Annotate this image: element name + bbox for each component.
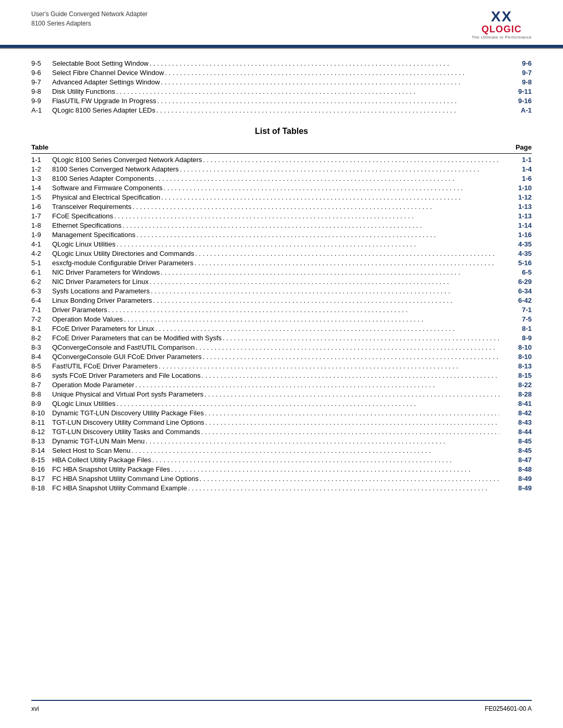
toc-num: 1-4 — [31, 184, 52, 192]
header-text: User's Guide Converged Network Adapter 8… — [31, 9, 148, 28]
table-row: 8-18 FC HBA Snapshot Utility Command Exa… — [31, 484, 532, 492]
toc-title: 8100 Series Converged Network Adapters .… — [52, 165, 500, 173]
toc-num: 8-18 — [31, 484, 52, 492]
toc-title: Unique Physical and Virtual Port sysfs P… — [52, 390, 500, 398]
toc-page: 1-13 — [500, 212, 532, 220]
toc-page: 8-47 — [500, 456, 532, 464]
toc-page: 6-29 — [500, 278, 532, 286]
toc-num: 8-12 — [31, 428, 52, 436]
table-row: 1-8 Ethernet Specifications . . . . . . … — [31, 221, 532, 229]
toc-title: Select Host to Scan Menu . . . . . . . .… — [52, 447, 500, 454]
header: User's Guide Converged Network Adapter 8… — [0, 0, 563, 40]
toc-page: 8-41 — [500, 400, 532, 408]
toc-num: 6-2 — [31, 278, 52, 286]
toc-page: 4-35 — [500, 250, 532, 257]
toc-num: 1-9 — [31, 231, 52, 239]
toc-num: 1-8 — [31, 221, 52, 229]
table-row: 8-14 Select Host to Scan Menu . . . . . … — [31, 447, 532, 454]
toc-title: Dynamic TGT-LUN Discovery Utility Packag… — [52, 409, 500, 417]
table-row: 8-5 Fast!UTIL FCoE Driver Parameters . .… — [31, 362, 532, 370]
toc-page: 8-45 — [500, 447, 532, 454]
toc-num: 8-15 — [31, 456, 52, 464]
toc-row: 9-7 Advanced Adapter Settings Window . .… — [31, 78, 532, 86]
toc-title: Select Fibre Channel Device Window . . .… — [52, 69, 500, 77]
toc-title: Dynamic TGT-LUN Main Menu . . . . . . . … — [52, 437, 500, 445]
table-row: 8-8 Unique Physical and Virtual Port sys… — [31, 390, 532, 398]
toc-num: 9-8 — [31, 88, 52, 95]
toc-page: 8-1 — [500, 325, 532, 332]
toc-page: 6-34 — [500, 287, 532, 295]
toc-title: 8100 Series Adapter Components . . . . .… — [52, 175, 500, 182]
toc-title: FCoE Driver Parameters for Linux . . . .… — [52, 325, 500, 332]
toc-page: 1-10 — [500, 184, 532, 192]
table-row: 6-4 Linux Bonding Driver Parameters . . … — [31, 297, 532, 304]
toc-page: 5-16 — [500, 259, 532, 267]
table-row: 1-1 QLogic 8100 Series Converged Network… — [31, 156, 532, 164]
toc-page: 9-8 — [500, 78, 532, 86]
table-row: 8-6 sysfs FCoE Driver Parameters and Fil… — [31, 372, 532, 379]
table-row: 1-4 Software and Firmware Components . .… — [31, 184, 532, 192]
toc-page: A-1 — [500, 106, 532, 114]
toc-title: Driver Parameters . . . . . . . . . . . … — [52, 306, 500, 314]
table-row: 8-3 QConvergeConsole and Fast!UTIL Compa… — [31, 343, 532, 351]
list-of-tables-title: List of Tables — [31, 127, 532, 136]
table-row: 7-2 Operation Mode Values . . . . . . . … — [31, 315, 532, 323]
toc-page: 9-11 — [500, 88, 532, 95]
table-row: 8-2 FCoE Driver Parameters that can be M… — [31, 334, 532, 342]
toc-title: QConvergeConsole and Fast!UTIL Compariso… — [52, 343, 500, 351]
toc-page: 1-12 — [500, 193, 532, 201]
toc-num: 8-11 — [31, 418, 52, 426]
table-row: 8-15 HBA Collect Utility Package Files .… — [31, 456, 532, 464]
toc-num: 6-3 — [31, 287, 52, 295]
toc-num: 1-5 — [31, 193, 52, 201]
toc-num: 1-7 — [31, 212, 52, 220]
toc-num: 9-6 — [31, 69, 52, 77]
toc-title: Selectable Boot Setting Window . . . . .… — [52, 59, 500, 67]
toc-row: 9-8 Disk Utility Functions . . . . . . .… — [31, 88, 532, 95]
toc-num: A-1 — [31, 106, 52, 114]
toc-page: 8-49 — [500, 475, 532, 483]
table-row: 8-10 Dynamic TGT-LUN Discovery Utility P… — [31, 409, 532, 417]
toc-page: 9-7 — [500, 69, 532, 77]
footer-right: FE0254601-00 A — [485, 705, 532, 712]
toc-num: 4-1 — [31, 240, 52, 248]
table-list: 1-1 QLogic 8100 Series Converged Network… — [31, 156, 532, 492]
toc-title: Sysfs Locations and Parameters . . . . .… — [52, 287, 500, 295]
toc-title: TGT-LUN Discovery Utility Tasks and Comm… — [52, 428, 500, 436]
toc-num: 8-13 — [31, 437, 52, 445]
table-row: 5-1 esxcfg-module Configurable Driver Pa… — [31, 259, 532, 267]
toc-num: 1-6 — [31, 203, 52, 211]
toc-title: FC HBA Snapshot Utility Command Line Opt… — [52, 475, 500, 483]
toc-num: 9-7 — [31, 78, 52, 86]
table-row: 8-7 Operation Mode Parameter . . . . . .… — [31, 381, 532, 389]
table-row: 1-2 8100 Series Converged Network Adapte… — [31, 165, 532, 173]
toc-num: 1-3 — [31, 175, 52, 182]
table-row: 6-2 NIC Driver Parameters for Linux . . … — [31, 278, 532, 286]
toc-num: 8-2 — [31, 334, 52, 342]
toc-title: FC HBA Snapshot Utility Package Files . … — [52, 465, 500, 473]
toc-title: Operation Mode Parameter . . . . . . . .… — [52, 381, 500, 389]
table-row: 4-1 QLogic Linux Utilities . . . . . . .… — [31, 240, 532, 248]
toc-page: 1-1 — [500, 156, 532, 164]
table-row: 8-12 TGT-LUN Discovery Utility Tasks and… — [31, 428, 532, 436]
table-col-left: Table — [31, 143, 48, 151]
toc-title: Software and Firmware Components . . . .… — [52, 184, 500, 192]
toc-page: 8-28 — [500, 390, 532, 398]
toc-title: NIC Driver Parameters for Linux . . . . … — [52, 278, 500, 286]
logo-tagline: The Ultimate in Performance — [472, 35, 532, 40]
toc-num: 8-5 — [31, 362, 52, 370]
header-line2: 8100 Series Adapters — [31, 19, 148, 28]
toc-page: 8-10 — [500, 353, 532, 361]
toc-title: FlasUTIL FW Upgrade In Progress . . . . … — [52, 97, 500, 105]
footer-left: xvi — [31, 705, 39, 712]
toc-page: 1-13 — [500, 203, 532, 211]
toc-page: 8-13 — [500, 362, 532, 370]
toc-page: 8-43 — [500, 418, 532, 426]
toc-title: Operation Mode Values . . . . . . . . . … — [52, 315, 500, 323]
toc-title: Fast!UTIL FCoE Driver Parameters . . . .… — [52, 362, 500, 370]
footer: xvi FE0254601-00 A — [31, 700, 532, 712]
toc-title: Advanced Adapter Settings Window . . . .… — [52, 78, 500, 86]
toc-title: Management Specifications . . . . . . . … — [52, 231, 500, 239]
toc-num: 8-4 — [31, 353, 52, 361]
toc-num: 8-17 — [31, 475, 52, 483]
